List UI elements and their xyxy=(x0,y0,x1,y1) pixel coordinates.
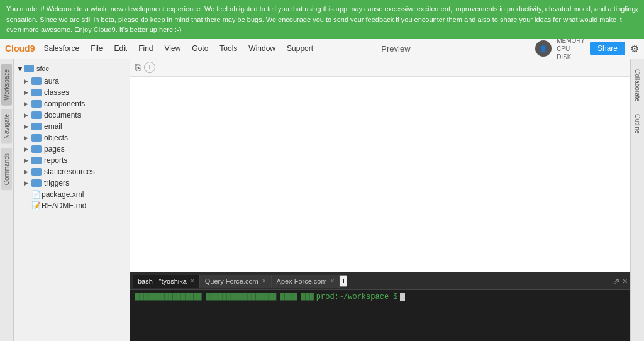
terminal-close-icon[interactable]: × xyxy=(623,276,628,286)
terminal-tab-apex-label: Apex Force.com xyxy=(277,277,327,285)
menu-view[interactable]: View xyxy=(160,42,186,55)
prompt-text: prod:~/workspace $ xyxy=(316,293,398,301)
mem-info: MEMORY CPU DISK xyxy=(557,36,585,61)
tree-item-staticresources[interactable]: ▶ staticresources xyxy=(14,166,130,177)
menu-find[interactable]: Find xyxy=(133,42,158,55)
user-avatar: 👤 xyxy=(535,40,552,57)
tree-item-classes[interactable]: ▶ classes xyxy=(14,87,130,98)
tree-item-documents[interactable]: ▶ documents xyxy=(14,109,130,121)
folder-icon xyxy=(31,179,42,187)
folder-icon xyxy=(31,100,42,108)
left-sidebar: Workspace Navigate Commands xyxy=(0,59,14,342)
terminal-controls: ⇗ × xyxy=(613,276,628,286)
root-label: sfdc xyxy=(36,64,49,74)
settings-icon[interactable]: ⚙ xyxy=(630,43,639,55)
terminal-cursor xyxy=(400,293,405,301)
terminal-tab-bash-label: bash - "tyoshika xyxy=(138,277,187,285)
prompt-green: ████████████████ █████████████████ ████ … xyxy=(135,293,314,301)
folder-icon xyxy=(31,145,42,153)
notification-bar: You made it! Welcome to a whole new deve… xyxy=(0,0,644,39)
terminal-tab-apex-force[interactable]: Apex Force.com × xyxy=(272,275,340,288)
tree-item-email[interactable]: ▶ email xyxy=(14,121,130,132)
center-panel: ⎘ + bash - "tyoshika × Query Force.com × xyxy=(130,59,630,342)
menu-file[interactable]: File xyxy=(86,42,108,55)
add-terminal-tab-button[interactable]: + xyxy=(340,275,347,287)
preview-label: Preview xyxy=(381,44,410,53)
folder-icon xyxy=(31,168,42,176)
menu-tools[interactable]: Tools xyxy=(214,42,242,55)
sidebar-tab-navigate[interactable]: Navigate xyxy=(1,109,12,143)
app-logo[interactable]: Cloud9 xyxy=(5,43,35,53)
folder-icon xyxy=(31,111,42,119)
terminal-expand-icon[interactable]: ⇗ xyxy=(613,276,620,286)
root-folder-icon xyxy=(24,65,34,72)
md-file-icon: 📝 xyxy=(31,201,39,210)
right-tab-collaborate[interactable]: Collaborate xyxy=(632,64,643,106)
terminal-tabs: bash - "tyoshika × Query Force.com × Ape… xyxy=(130,272,630,290)
tree-item-package-xml[interactable]: ▶ 📄 package.xml xyxy=(14,189,130,200)
tree-root[interactable]: ▼ sfdc xyxy=(14,62,130,75)
menu-goto[interactable]: Goto xyxy=(187,42,213,55)
terminal-tab-query-force[interactable]: Query Force.com × xyxy=(200,275,272,288)
tree-item-triggers[interactable]: ▶ triggers xyxy=(14,177,130,189)
share-button[interactable]: Share xyxy=(590,42,625,55)
folder-icon xyxy=(31,123,42,130)
folder-icon xyxy=(31,157,42,164)
folder-icon xyxy=(31,77,42,85)
folder-icon xyxy=(31,89,42,96)
terminal-tab-query-label: Query Force.com xyxy=(205,277,258,285)
copy-icon[interactable]: ⎘ xyxy=(135,62,140,72)
menu-edit[interactable]: Edit xyxy=(109,42,133,55)
menu-salesforce[interactable]: Salesforce xyxy=(38,42,84,55)
right-tab-outline[interactable]: Outline xyxy=(632,109,643,139)
notification-text: You made it! Welcome to a whole new deve… xyxy=(6,5,636,33)
terminal-tab-query-close[interactable]: × xyxy=(262,277,266,284)
right-controls: 👤 MEMORY CPU DISK Share ⚙ xyxy=(535,36,639,61)
notification-close[interactable]: × xyxy=(634,4,639,17)
terminal-body[interactable]: ████████████████ █████████████████ ████ … xyxy=(130,290,630,341)
add-tab-icon[interactable]: + xyxy=(144,62,155,73)
file-tree: ▼ sfdc ▶ aura ▶ classes ▶ components ▶ d… xyxy=(14,59,130,342)
terminal-tab-bash-close[interactable]: × xyxy=(191,277,194,284)
menu-window[interactable]: Window xyxy=(243,42,280,55)
tree-item-readme-md[interactable]: ▶ 📝 README.md xyxy=(14,200,130,211)
editor-area: ⎘ + xyxy=(130,59,630,272)
tree-item-reports[interactable]: ▶ reports xyxy=(14,155,130,166)
tree-item-objects[interactable]: ▶ objects xyxy=(14,132,130,143)
tree-item-aura[interactable]: ▶ aura xyxy=(14,75,130,87)
editor-toolbar: ⎘ + xyxy=(130,59,630,77)
menu-bar: Cloud9 Salesforce File Edit Find View Go… xyxy=(0,39,644,59)
workspace: Workspace Navigate Commands ▼ sfdc ▶ aur… xyxy=(0,59,644,342)
menu-support[interactable]: Support xyxy=(282,42,318,55)
tree-item-components[interactable]: ▶ components xyxy=(14,98,130,109)
sidebar-tab-commands[interactable]: Commands xyxy=(1,148,12,190)
terminal-tab-bash[interactable]: bash - "tyoshika × xyxy=(133,275,200,288)
sidebar-tab-workspace[interactable]: Workspace xyxy=(1,64,12,106)
xml-file-icon: 📄 xyxy=(31,190,39,199)
folder-icon xyxy=(31,134,42,142)
editor-content xyxy=(130,77,630,272)
editor-and-terminal: ⎘ + bash - "tyoshika × Query Force.com × xyxy=(130,59,630,342)
right-sidebar: Collaborate Outline xyxy=(630,59,644,342)
terminal-prompt: ████████████████ █████████████████ ████ … xyxy=(135,293,625,301)
terminal-tab-apex-close[interactable]: × xyxy=(331,277,335,284)
tree-item-pages[interactable]: ▶ pages xyxy=(14,143,130,155)
root-arrow: ▼ xyxy=(16,64,24,73)
terminal-area: bash - "tyoshika × Query Force.com × Ape… xyxy=(130,272,630,341)
